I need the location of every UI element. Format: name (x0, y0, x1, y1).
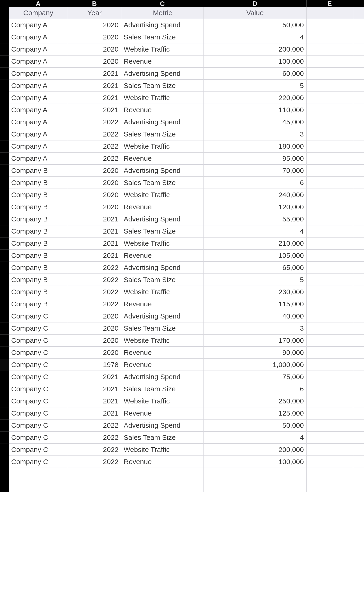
header-cell-metric[interactable]: Metric (121, 7, 204, 19)
row-header[interactable] (0, 104, 9, 116)
cell-company[interactable]: Company C (9, 432, 68, 444)
cell-value[interactable]: 45,000 (204, 116, 307, 128)
cell-metric[interactable]: Advertising Spend (121, 371, 204, 383)
cell-metric[interactable]: Website Traffic (121, 335, 204, 347)
cell-metric[interactable]: Revenue (121, 153, 204, 165)
cell-empty[interactable] (307, 480, 353, 492)
cell-metric[interactable]: Sales Team Size (121, 432, 204, 444)
row-header[interactable] (0, 213, 9, 226)
row-header[interactable] (0, 432, 9, 444)
cell-company[interactable]: Company C (9, 335, 68, 347)
cell-year[interactable]: 2022 (68, 456, 121, 468)
row-header[interactable] (0, 335, 9, 347)
cell-empty[interactable] (9, 468, 68, 480)
cell-empty[interactable] (353, 310, 364, 322)
cell-company[interactable]: Company A (9, 55, 68, 68)
cell-value[interactable]: 70,000 (204, 165, 307, 177)
header-cell-company[interactable]: Company (9, 7, 68, 19)
cell-empty[interactable] (353, 31, 364, 43)
cell-empty[interactable] (353, 286, 364, 298)
cell-company[interactable]: Company B (9, 274, 68, 286)
cell-year[interactable]: 2022 (68, 444, 121, 456)
cell-value[interactable]: 170,000 (204, 335, 307, 347)
cell-empty[interactable] (307, 80, 353, 92)
cell-empty[interactable] (353, 383, 364, 395)
cell-metric[interactable]: Advertising Spend (121, 19, 204, 31)
row-header[interactable] (0, 444, 9, 456)
row-header[interactable] (0, 347, 9, 359)
cell-metric[interactable]: Revenue (121, 456, 204, 468)
row-header[interactable] (0, 55, 9, 68)
cell-value[interactable]: 4 (204, 432, 307, 444)
cell-year[interactable]: 2021 (68, 104, 121, 116)
cell-metric[interactable]: Advertising Spend (121, 262, 204, 274)
column-header-C[interactable]: C (121, 0, 204, 7)
cell-empty[interactable] (9, 480, 68, 492)
row-header[interactable] (0, 189, 9, 201)
cell-metric[interactable]: Sales Team Size (121, 383, 204, 395)
cell-company[interactable]: Company C (9, 407, 68, 419)
row-header[interactable] (0, 128, 9, 140)
cell-year[interactable]: 2021 (68, 395, 121, 407)
cell-company[interactable]: Company A (9, 128, 68, 140)
cell-empty[interactable] (307, 456, 353, 468)
cell-company[interactable]: Company C (9, 444, 68, 456)
cell-empty[interactable] (353, 371, 364, 383)
cell-year[interactable]: 2020 (68, 31, 121, 43)
cell-year[interactable]: 2022 (68, 274, 121, 286)
cell-year[interactable]: 2020 (68, 165, 121, 177)
cell-value[interactable]: 4 (204, 226, 307, 237)
cell-empty[interactable] (307, 274, 353, 286)
row-header[interactable] (0, 322, 9, 335)
cell-empty[interactable] (353, 419, 364, 432)
cell-empty[interactable] (353, 19, 364, 31)
cell-metric[interactable]: Sales Team Size (121, 274, 204, 286)
cell-company[interactable]: Company A (9, 140, 68, 153)
row-header[interactable] (0, 92, 9, 104)
cell-empty[interactable] (307, 286, 353, 298)
cell-year[interactable]: 2020 (68, 43, 121, 55)
cell-empty[interactable] (353, 407, 364, 419)
row-header[interactable] (0, 274, 9, 286)
cell-empty[interactable] (307, 31, 353, 43)
cell-year[interactable]: 2022 (68, 298, 121, 310)
row-header[interactable] (0, 395, 9, 407)
cell-empty[interactable] (353, 432, 364, 444)
row-header[interactable] (0, 201, 9, 213)
cell-year[interactable]: 2021 (68, 237, 121, 250)
cell-year[interactable]: 2022 (68, 262, 121, 274)
cell-empty[interactable] (307, 55, 353, 68)
cell-year[interactable]: 2021 (68, 68, 121, 80)
cell-year[interactable]: 2020 (68, 19, 121, 31)
cell-empty[interactable] (353, 226, 364, 237)
cell-empty[interactable] (353, 480, 364, 492)
cell-metric[interactable]: Sales Team Size (121, 322, 204, 335)
cell-year[interactable]: 2022 (68, 286, 121, 298)
cell-value[interactable]: 120,000 (204, 201, 307, 213)
cell-company[interactable]: Company A (9, 153, 68, 165)
column-header-A[interactable]: A (9, 0, 68, 7)
cell-year[interactable]: 2020 (68, 189, 121, 201)
cell-empty[interactable] (307, 213, 353, 226)
cell-metric[interactable]: Advertising Spend (121, 213, 204, 226)
cell-value[interactable]: 230,000 (204, 286, 307, 298)
cell-value[interactable]: 3 (204, 128, 307, 140)
cell-metric[interactable]: Sales Team Size (121, 31, 204, 43)
cell-metric[interactable]: Sales Team Size (121, 80, 204, 92)
cell-value[interactable]: 55,000 (204, 213, 307, 226)
cell-metric[interactable]: Revenue (121, 104, 204, 116)
cell-year[interactable]: 2022 (68, 128, 121, 140)
cell-metric[interactable]: Sales Team Size (121, 128, 204, 140)
header-cell-empty[interactable] (353, 7, 364, 19)
cell-value[interactable]: 50,000 (204, 19, 307, 31)
cell-empty[interactable] (353, 55, 364, 68)
cell-empty[interactable] (307, 347, 353, 359)
cell-empty[interactable] (353, 104, 364, 116)
spreadsheet[interactable]: A B C D E Company Year Metric Value Comp… (0, 0, 364, 602)
cell-year[interactable]: 2022 (68, 116, 121, 128)
cell-company[interactable]: Company B (9, 262, 68, 274)
cell-empty[interactable] (307, 68, 353, 80)
row-header[interactable] (0, 407, 9, 419)
cell-company[interactable]: Company A (9, 43, 68, 55)
cell-company[interactable]: Company C (9, 395, 68, 407)
